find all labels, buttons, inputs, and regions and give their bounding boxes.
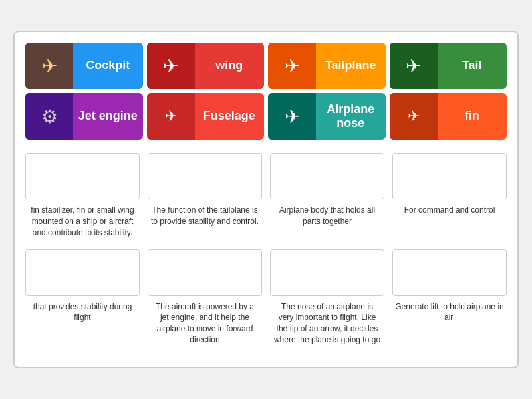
jet-label: Jet engine (73, 106, 143, 126)
drop-row-1: fin stabilizer, fin or small wing mounte… (25, 153, 507, 238)
card-nose[interactable]: Airplane nose (268, 93, 386, 140)
card-tailplane[interactable]: Tailplane (268, 43, 386, 89)
jet-image (25, 93, 73, 140)
drop-row2-box-3[interactable] (392, 249, 507, 296)
drop-row1-cell-1: The function of the tailplane is to prov… (148, 153, 262, 238)
drop-row2-text-2: The nose of an airplane is very importan… (270, 301, 384, 346)
card-fuselage[interactable]: Fuselage (147, 93, 265, 140)
card-tail[interactable]: Tail (390, 43, 507, 89)
drop-row1-box-2[interactable] (270, 153, 384, 200)
cockpit-label: Cockpit (73, 56, 143, 76)
nose-label: Airplane nose (316, 100, 386, 134)
drop-row1-box-3[interactable] (392, 153, 507, 200)
drop-row2-cell-0: that provides stability during flight (25, 249, 140, 346)
drop-row1-text-1: The function of the tailplane is to prov… (148, 205, 262, 227)
drop-row1-cell-3: For command and control (392, 153, 507, 238)
fin-label: fin (438, 106, 507, 126)
tailplane-image (268, 43, 316, 89)
tail-label: Tail (438, 56, 507, 76)
drop-row1-cell-2: Airplane body that holds all parts toget… (270, 153, 384, 238)
drop-row1-text-0: fin stabilizer, fin or small wing mounte… (25, 205, 140, 238)
drop-row2-text-3: Generate lift to hold airplane in air. (392, 301, 507, 324)
card-cockpit[interactable]: Cockpit (25, 43, 143, 89)
main-container: Cockpit wing Tailplane Tail Jet engine F… (13, 31, 519, 368)
fuselage-image (147, 93, 195, 140)
tailplane-label: Tailplane (316, 56, 386, 76)
drop-row2-text-0: that provides stability during flight (25, 301, 140, 324)
wing-image (147, 43, 195, 89)
card-jet[interactable]: Jet engine (25, 93, 143, 140)
drop-row2-box-0[interactable] (25, 249, 140, 296)
drop-row1-text-3: For command and control (402, 205, 498, 216)
fuselage-label: Fuselage (195, 106, 265, 126)
drop-row2-text-1: The aircraft is powered by a jet engine,… (148, 301, 262, 346)
drop-row2-box-2[interactable] (270, 249, 384, 296)
drop-row1-cell-0: fin stabilizer, fin or small wing mounte… (25, 153, 140, 238)
drop-row1-box-1[interactable] (148, 153, 262, 200)
tail-image (390, 43, 438, 89)
drop-row1-text-2: Airplane body that holds all parts toget… (270, 205, 384, 227)
drop-row2-cell-2: The nose of an airplane is very importan… (270, 249, 384, 346)
cards-grid: Cockpit wing Tailplane Tail Jet engine F… (25, 43, 507, 140)
wing-label: wing (195, 56, 265, 76)
drop-row-2: that provides stability during flight Th… (25, 249, 507, 346)
fin-image (390, 93, 438, 140)
drop-row2-box-1[interactable] (148, 249, 262, 296)
cockpit-image (25, 43, 73, 89)
drop-row2-cell-1: The aircraft is powered by a jet engine,… (148, 249, 262, 346)
card-fin[interactable]: fin (390, 93, 507, 140)
card-wing[interactable]: wing (147, 43, 265, 89)
nose-image (268, 93, 316, 140)
drop-row1-box-0[interactable] (25, 153, 140, 200)
drop-row2-cell-3: Generate lift to hold airplane in air. (392, 249, 507, 346)
